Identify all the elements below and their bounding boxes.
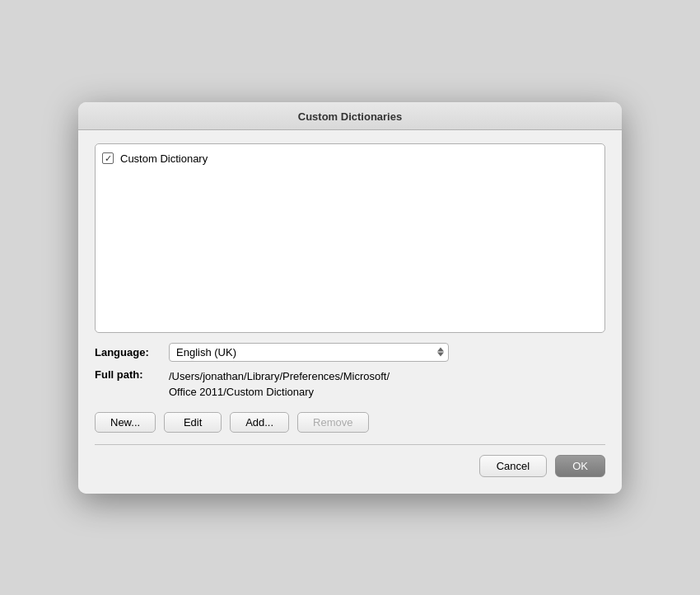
fullpath-row: Full path: /Users/jonathan/Library/Prefe… (95, 368, 605, 401)
fullpath-label: Full path: (95, 368, 169, 381)
custom-dictionaries-dialog: Custom Dictionaries Custom Dictionary La… (78, 102, 622, 494)
edit-button[interactable]: Edit (164, 412, 222, 433)
divider (95, 444, 605, 445)
ok-button[interactable]: OK (555, 455, 605, 477)
dialog-content: Custom Dictionary Language: English (UK)… (78, 130, 622, 494)
action-button-row: New... Edit Add... Remove (95, 412, 605, 433)
cancel-button[interactable]: Cancel (479, 455, 547, 477)
title-bar: Custom Dictionaries (78, 102, 622, 130)
dictionary-item-label: Custom Dictionary (120, 152, 208, 165)
dialog-title: Custom Dictionaries (298, 110, 402, 123)
list-item: Custom Dictionary (102, 151, 598, 166)
remove-button[interactable]: Remove (297, 412, 368, 433)
language-row: Language: English (UK) English (US) Fren… (95, 343, 605, 362)
new-button[interactable]: New... (95, 412, 156, 433)
dialog-action-row: Cancel OK (95, 455, 605, 480)
language-select[interactable]: English (UK) English (US) French German … (169, 343, 449, 362)
language-select-wrapper: English (UK) English (US) French German … (169, 343, 449, 362)
language-label: Language: (95, 346, 169, 358)
fullpath-value: /Users/jonathan/Library/Preferences/Micr… (169, 368, 390, 401)
dictionary-checkbox[interactable] (102, 152, 114, 164)
add-button[interactable]: Add... (230, 412, 289, 433)
dictionary-list[interactable]: Custom Dictionary (95, 143, 605, 333)
